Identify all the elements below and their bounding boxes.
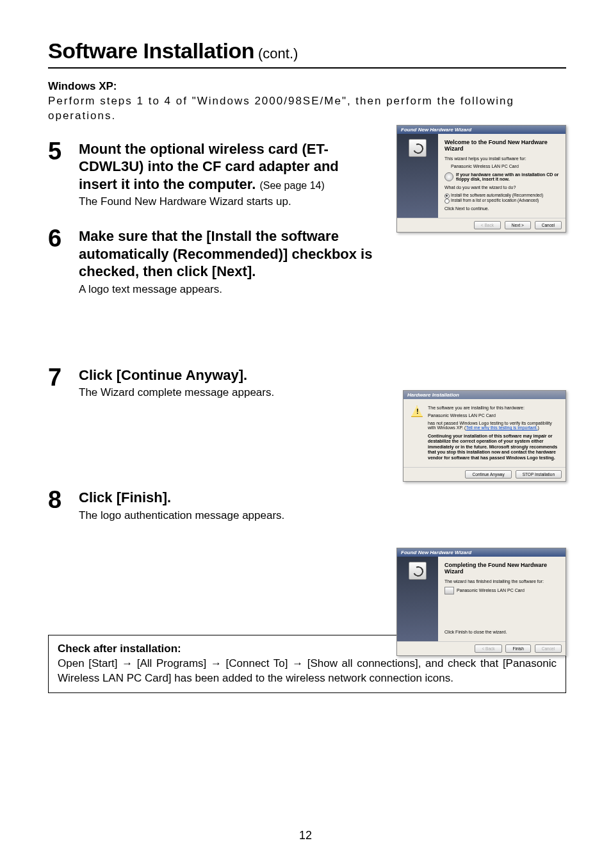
step-number: 8 (48, 489, 79, 511)
dialog-device-entry: Panasonic Wireless LAN PC Card (444, 587, 559, 594)
cancel-button[interactable]: Cancel (535, 644, 562, 653)
page-title: Software Installation (48, 38, 254, 63)
dialog-buttons: Continue Anyway STOP Installation (403, 467, 566, 481)
warning-link[interactable]: Tell me why this testing is important. (466, 425, 537, 430)
step-description: A logo text message appears. (79, 283, 387, 296)
dialog-buttons: < Back Next > Cancel (397, 218, 566, 232)
os-heading: Windows XP: (48, 80, 566, 93)
step-heading: Make sure that the [Install the software… (79, 227, 387, 281)
warning-bold-text: Continuing your installation of this sof… (428, 434, 558, 461)
back-button[interactable]: < Back (475, 644, 501, 653)
cd-icon (444, 172, 453, 181)
next-button[interactable]: Next > (505, 221, 531, 229)
stop-installation-button[interactable]: STOP Installation (516, 470, 562, 479)
back-button[interactable]: < Back (474, 221, 501, 229)
dialog-buttons: < Back Finish Cancel (397, 641, 566, 655)
dialog-text: The wizard has finished installing the s… (444, 579, 559, 584)
step-number: 6 (48, 227, 79, 249)
dialog-continue-text: Click Next to continue. (444, 206, 559, 211)
dialog-heading: Completing the Found New Hardware Wizard (444, 562, 559, 575)
warning-dialog: Hardware Installation ! The software you… (403, 390, 566, 482)
finish-button[interactable]: Finish (505, 644, 530, 653)
title-continuation: (cont.) (258, 45, 298, 61)
step-description: The logo authentication message appears. (79, 509, 406, 522)
wizard-icon (409, 139, 427, 157)
cancel-button[interactable]: Cancel (535, 221, 562, 229)
intro-text: Perform steps 1 to 4 of "Windows 2000/98… (48, 94, 566, 124)
step-8: 8 Click [Finish]. The logo authenticatio… (48, 489, 566, 522)
step-heading: Click [Finish]. (79, 489, 406, 507)
step-description: The Wizard complete message appears. (79, 386, 406, 399)
warning-logo-text: has not passed Windows Logo testing to v… (428, 421, 558, 430)
check-body: Open [Start] → [All Programs] → [Connect… (58, 657, 557, 686)
title-area: Software Installation(cont.) (48, 38, 566, 69)
step-number: 5 (48, 140, 79, 162)
dialog-titlebar: Found New Hardware Wizard (397, 126, 566, 134)
radio-install-list[interactable]: Install from a list or specific location… (444, 198, 559, 202)
warning-icon: ! (411, 405, 423, 417)
dialog-question: What do you want the wizard to do? (444, 185, 559, 190)
dialog-heading: Welcome to the Found New Hardware Wizard (444, 139, 559, 152)
step-heading: Mount the optional wireless card (ET-CDW… (79, 140, 374, 193)
wizard-dialog-welcome: Found New Hardware Wizard Welcome to the… (396, 125, 566, 233)
device-icon (444, 587, 454, 594)
step-body: Click [Finish]. The logo authentication … (79, 489, 566, 522)
dialog-cd-note: If your hardware came with an installati… (444, 172, 559, 181)
step-number: 7 (48, 366, 79, 388)
step-heading: Click [Continue Anyway]. (79, 366, 406, 384)
dialog-device-name: Panasonic Wireless LAN PC Card (444, 164, 559, 168)
step-subtext: (See page 14) (259, 180, 324, 191)
step-body: Make sure that the [Install the software… (79, 227, 566, 296)
dialog-finish-text: Click Finish to close the wizard. (444, 630, 559, 634)
warning-device: Panasonic Wireless LAN PC Card (428, 413, 558, 418)
dialog-sidebar (397, 134, 438, 218)
step-6: 6 Make sure that the [Install the softwa… (48, 227, 566, 296)
dialog-sidebar (397, 557, 438, 641)
wizard-icon (409, 562, 427, 580)
dialog-text: This wizard helps you install software f… (444, 156, 559, 161)
dialog-titlebar: Found New Hardware Wizard (397, 548, 566, 557)
page: Software Installation(cont.) Windows XP:… (0, 0, 611, 868)
cd-text: If your hardware came with an installati… (456, 172, 559, 181)
continue-anyway-button[interactable]: Continue Anyway (465, 470, 511, 479)
step-description: The Found New Hardware Wizard starts up. (79, 195, 374, 208)
page-number: 12 (0, 829, 611, 842)
dialog-titlebar: Hardware Installation (403, 391, 566, 399)
warning-text-1: The software you are installing for this… (428, 405, 558, 410)
radio-install-auto[interactable]: Install the software automatically (Reco… (444, 193, 559, 197)
wizard-dialog-complete: Found New Hardware Wizard Completing the… (396, 548, 566, 656)
dialog-device-name: Panasonic Wireless LAN PC Card (457, 588, 525, 593)
